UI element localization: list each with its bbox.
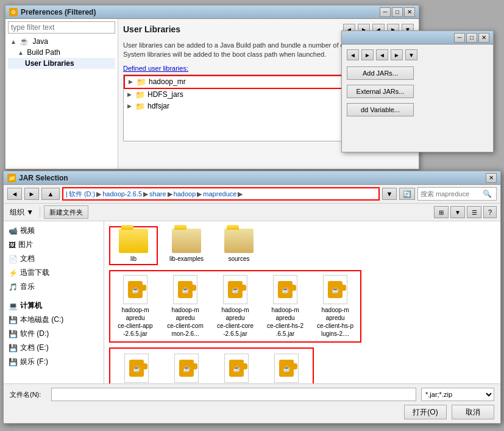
- sidebar-drive-d[interactable]: 💾 软件 (D:): [4, 327, 104, 341]
- help-button[interactable]: ?: [483, 206, 497, 218]
- sidebar-item-pictures[interactable]: 🖼 图片: [4, 238, 104, 252]
- lib-item-hadoop-mr[interactable]: ▶ 📁 hadoop_mr: [124, 75, 355, 89]
- breadcrumb-d[interactable]: 软件 (D:): [69, 190, 95, 199]
- file-item-jar-shuffle[interactable]: ☕ hadoop-mapreduce-client-shuffle-2.6.5.…: [213, 351, 260, 383]
- view-controls: ⊞ ▼ ☰ ?: [434, 206, 497, 218]
- new-folder-button[interactable]: 新建文件夹: [44, 205, 88, 219]
- folder-icon: 📁: [137, 77, 146, 87]
- pref-icon: ⚙: [9, 8, 18, 16]
- lib-name-hdfsjar: hdfsjar: [147, 102, 169, 110]
- jar-icon-core: ☕: [223, 275, 247, 304]
- search-input[interactable]: [421, 190, 481, 198]
- jar-icon-common: ☕: [173, 275, 197, 304]
- file-item-jar-jobc2[interactable]: ☕ hadoop-mapreduce-client-jobclient-2.6.…: [163, 351, 210, 383]
- close-button[interactable]: ✕: [404, 7, 415, 17]
- java-icon: ☕: [20, 37, 29, 46]
- file-item-lib-examples[interactable]: lib-examples: [163, 226, 210, 265]
- sidebar-drive-c[interactable]: 💾 本地磁盘 (C:): [4, 313, 104, 327]
- sidebar-item-video[interactable]: 📹 视频: [4, 224, 104, 238]
- jar-close-button[interactable]: ✕: [486, 173, 497, 183]
- expand-icon: ▶: [129, 79, 133, 85]
- file-item-jar-core[interactable]: ☕ hadoop-mapreduce-client-core-2.6.5.jar: [211, 272, 259, 340]
- jar-toolbar: 组织 ▼ 新建文件夹 ⊞ ▼ ☰ ?: [4, 204, 500, 221]
- organize-label: 组织 ▼: [10, 207, 34, 218]
- file-item-jar-app[interactable]: ☕ hadoop-mapreduce-client-app-2.6.5.jar: [112, 272, 159, 340]
- filter-input[interactable]: [8, 21, 115, 34]
- toolbar-separator: [40, 207, 40, 218]
- sidebar-item-music[interactable]: 🎵 音乐: [4, 280, 104, 294]
- breadcrumb-mapreduce[interactable]: mapreduce: [203, 190, 236, 198]
- drive-d-icon: 💾: [9, 330, 18, 338]
- jar-up-button[interactable]: ▲: [41, 188, 60, 200]
- file-label-lib: lib: [130, 255, 137, 263]
- jar-nav: ◄ ► ▲ | 软件 (D:) ▶ hadoop-2.6.5 ▶ share ▶…: [4, 185, 500, 204]
- file-item-jar-common[interactable]: ☕ hadoop-mapreduce-client-common-2.6...: [161, 272, 209, 340]
- view-details-button[interactable]: ☰: [467, 206, 481, 218]
- nav-btn-1[interactable]: ◄: [347, 49, 359, 60]
- files-grid: lib lib-examples sources: [109, 226, 495, 343]
- jar-back-button[interactable]: ◄: [7, 188, 22, 200]
- breadcrumb-hadoop2[interactable]: hadoop: [174, 190, 196, 198]
- jar-bottom: 文件名(N): *.jar;*.zip 打开(O) 取消: [4, 383, 500, 423]
- jar-titlebar: 📁 JAR Selection ✕: [4, 171, 500, 185]
- view-grid-button[interactable]: ⊞: [434, 206, 449, 218]
- search-box: 🔍: [417, 187, 497, 201]
- file-item-jar-hs2[interactable]: ☕ hadoop-mapreduce-client-hs-2.6.5.jar: [261, 272, 309, 340]
- filename-input[interactable]: [51, 388, 416, 401]
- file-item-jar-examples[interactable]: ☕ hadoop-mapreduce-examples-2.6.5.jar: [263, 351, 310, 383]
- jar-titlebar-controls: ✕: [486, 173, 497, 183]
- computer-icon: 💻: [9, 302, 18, 310]
- file-item-jar-jobc1[interactable]: ☕ hadoop-mapreduce-client-jobclient-2.6.…: [113, 351, 160, 383]
- minimize-button[interactable]: ─: [380, 7, 391, 17]
- organize-button[interactable]: 组织 ▼: [7, 206, 36, 219]
- jar-forward-button[interactable]: ►: [24, 188, 39, 200]
- breadcrumb-hadoop[interactable]: hadoop-2.6.5: [102, 190, 142, 198]
- folder-icon-lib-examples: [172, 229, 201, 253]
- close-button2[interactable]: ✕: [478, 33, 489, 43]
- view-list-button[interactable]: ▼: [450, 206, 465, 218]
- titlebar-controls: ─ □ ✕: [380, 7, 415, 17]
- file-label-jar-hs2: hadoop-mapreduce-client-hs-2.6.5.jar: [267, 306, 303, 338]
- add-variable-side-button[interactable]: dd Variable...: [347, 103, 414, 116]
- minimize-button2[interactable]: ─: [454, 33, 465, 43]
- folder-icon-lib: [119, 229, 148, 253]
- file-item-jar-hsp[interactable]: ☕ hadoop-mapreduce-client-hs-plugins-2..…: [311, 272, 359, 340]
- breadcrumb-share[interactable]: share: [149, 190, 166, 198]
- jar-icon-shuffle: ☕: [224, 354, 249, 383]
- lib-item-hdfsjar[interactable]: ▶ 📁 hdfsjar: [124, 101, 355, 112]
- highlighted-jars-group: ☕ hadoop-mapreduce-client-app-2.6.5.jar …: [109, 270, 361, 343]
- pictures-icon: 🖼: [9, 241, 16, 249]
- sidebar-item-thunder[interactable]: ⚡ 迅雷下载: [4, 266, 104, 280]
- open-button[interactable]: 打开(O): [404, 405, 447, 419]
- nav-btn-4[interactable]: ►: [391, 49, 403, 60]
- sidebar-item-buildpath[interactable]: ▲ Build Path: [8, 47, 115, 58]
- external-jars-side-button[interactable]: External JARs...: [347, 85, 414, 98]
- file-item-sources[interactable]: sources: [215, 226, 263, 265]
- nav-btn-2[interactable]: ►: [361, 49, 374, 60]
- nav-btn-5[interactable]: ▼: [405, 49, 417, 60]
- refresh-button[interactable]: 🔄: [399, 188, 415, 200]
- search-icon: 🔍: [483, 190, 492, 198]
- jar-body: ◄ ► ▲ | 软件 (D:) ▶ hadoop-2.6.5 ▶ share ▶…: [4, 185, 500, 423]
- file-label-jar-hsp: hadoop-mapreduce-client-hs-plugins-2....: [317, 306, 353, 338]
- maximize-button[interactable]: □: [392, 7, 403, 17]
- sidebar-item-docs[interactable]: 📄 文档: [4, 252, 104, 266]
- maximize-button2[interactable]: □: [466, 33, 477, 43]
- drive-c-icon: 💾: [9, 316, 18, 324]
- sidebar-item-userlibraries[interactable]: User Libraries: [8, 58, 115, 69]
- thunder-icon: ⚡: [9, 269, 18, 277]
- filetype-select[interactable]: *.jar;*.zip: [421, 388, 494, 401]
- breadcrumb-dropdown-button[interactable]: ▼: [382, 188, 397, 200]
- nav-btn-3[interactable]: ◄: [376, 49, 388, 60]
- file-item-lib[interactable]: lib: [109, 226, 158, 265]
- breadcrumb-root[interactable]: |: [66, 190, 68, 198]
- jar-files-area: lib lib-examples sources: [104, 221, 500, 383]
- lib-name-hadoop-mr: hadoop_mr: [149, 77, 186, 86]
- cancel-button[interactable]: 取消: [452, 405, 494, 419]
- jar-selection-window: 📁 JAR Selection ✕ ◄ ► ▲ | 软件 (D:) ▶ hado…: [3, 171, 501, 424]
- sidebar-drive-e[interactable]: 💾 文档 (E:): [4, 341, 104, 355]
- add-jars-side-button[interactable]: Add JARs...: [347, 66, 414, 80]
- sidebar-drive-f[interactable]: 💾 娱乐 (F:): [4, 355, 104, 369]
- sidebar-item-java[interactable]: ▲ ☕ Java: [8, 36, 115, 47]
- lib-item-hdfs-jars[interactable]: ▶ 📁 HDFS_jars: [124, 89, 355, 101]
